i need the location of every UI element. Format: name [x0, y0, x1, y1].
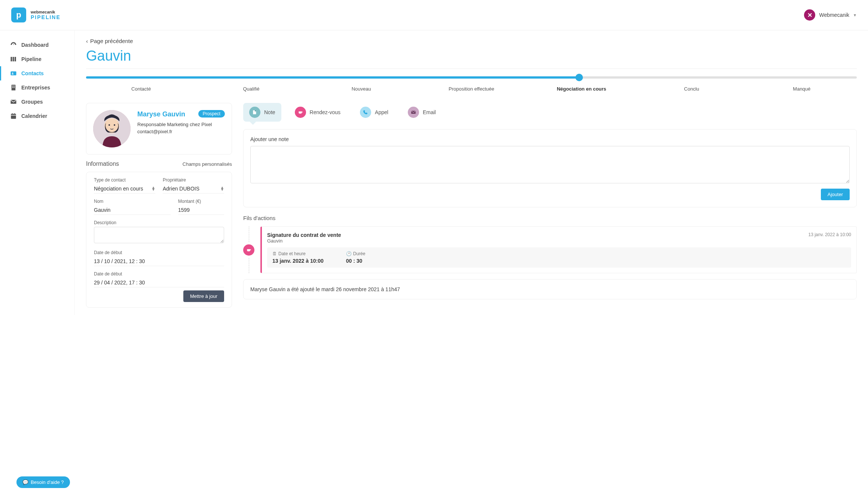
- tab-rdv-label: Rendez-vous: [310, 109, 341, 115]
- pipeline-stage-nouveau[interactable]: Nouveau: [306, 86, 416, 92]
- columns-icon: [10, 56, 17, 62]
- date1-label: Date de début: [94, 250, 224, 255]
- date2-label: Date de début: [94, 271, 224, 277]
- chevron-down-icon: ▼: [853, 13, 857, 17]
- type-select[interactable]: Négociation en cours ▲▼: [94, 184, 155, 193]
- update-button[interactable]: Mettre à jour: [183, 290, 224, 302]
- duration-value: 00 : 30: [346, 258, 366, 264]
- pipeline-progress-bar[interactable]: [86, 76, 857, 79]
- svg-rect-8: [14, 86, 15, 86]
- user-name-label: Webmecanik: [819, 12, 849, 18]
- user-avatar-icon: ✕: [804, 9, 815, 21]
- datetime-label: 🗓 Date et heure: [272, 251, 324, 256]
- action-tabs: Note Rendez-vous Appel Email: [243, 103, 857, 122]
- svg-rect-5: [12, 74, 14, 75]
- user-menu[interactable]: ✕ Webmecanik ▼: [804, 9, 857, 21]
- clock-icon: 🕐: [346, 251, 352, 256]
- amount-label: Montant (€): [178, 199, 224, 204]
- owner-select[interactable]: Adrien DUBOIS ▲▼: [163, 184, 224, 193]
- sidebar-item-label: Dashboard: [21, 42, 49, 48]
- contact-avatar: [93, 110, 131, 147]
- sidebar-item-contacts[interactable]: Contacts: [0, 66, 74, 80]
- svg-point-19: [109, 124, 110, 126]
- pipeline-stages: Contacté Qualifié Nouveau Proposition ef…: [86, 76, 857, 92]
- svg-rect-1: [13, 57, 14, 61]
- svg-rect-0: [11, 57, 12, 61]
- name-input[interactable]: Gauvin: [94, 205, 171, 215]
- prospect-badge: Prospect: [198, 110, 225, 118]
- svg-rect-2: [15, 57, 16, 61]
- sidebar-item-pipeline[interactable]: Pipeline: [0, 52, 74, 66]
- created-info-banner: Maryse Gauvin a été ajouté le mardi 26 n…: [243, 279, 857, 299]
- note-panel-title: Ajouter une note: [250, 136, 850, 142]
- svg-rect-9: [12, 87, 13, 88]
- building-icon: [10, 84, 17, 91]
- description-textarea[interactable]: [94, 227, 224, 243]
- sidebar-item-label: Calendrier: [21, 113, 47, 119]
- amount-input[interactable]: 1599: [178, 205, 224, 215]
- type-label: Type de contact: [94, 177, 155, 183]
- tab-call-label: Appel: [375, 109, 388, 115]
- svg-rect-15: [14, 113, 15, 115]
- contact-card: Prospect Maryse Gauvin Responsable Marke…: [86, 103, 232, 155]
- date2-input[interactable]: 29 / 04 / 2022, 17 : 30: [94, 278, 224, 287]
- timeline-item: Signature du contrat de vente Gauvin 13 …: [243, 226, 857, 273]
- envelope-icon: [10, 98, 17, 105]
- sort-icon: ▲▼: [152, 186, 155, 191]
- sidebar-item-label: Pipeline: [21, 56, 42, 62]
- info-section-title: Informations: [86, 161, 119, 167]
- pipeline-stage-negociation[interactable]: Négociation en cours: [526, 86, 636, 92]
- dashboard-icon: [10, 42, 17, 48]
- logo[interactable]: p webmecanik PIPELINE: [11, 7, 61, 22]
- sidebar-item-calendrier[interactable]: Calendrier: [0, 109, 74, 123]
- coffee-icon: [243, 244, 254, 256]
- sidebar-item-entreprises[interactable]: Entreprises: [0, 80, 74, 95]
- sidebar-item-label: Contacts: [21, 70, 44, 76]
- tab-note-label: Note: [264, 109, 275, 115]
- timeline-card-title: Signature du contrat de vente: [267, 232, 341, 238]
- header: p webmecanik PIPELINE ✕ Webmecanik ▼: [0, 0, 868, 30]
- timeline-card-subtitle: Gauvin: [267, 238, 341, 244]
- svg-rect-10: [14, 87, 15, 88]
- envelope-icon: [408, 107, 419, 118]
- tab-mail-label: Email: [423, 109, 436, 115]
- sidebar: Dashboard Pipeline Contacts Entreprises …: [0, 30, 75, 315]
- svg-rect-12: [11, 114, 16, 119]
- svg-point-18: [106, 119, 118, 132]
- contact-role: Responsable Marketing chez Pixel: [137, 122, 225, 127]
- tab-rdv[interactable]: Rendez-vous: [289, 103, 347, 122]
- svg-rect-14: [12, 113, 13, 115]
- tab-call[interactable]: Appel: [354, 103, 394, 122]
- owner-label: Propriétaire: [163, 177, 224, 183]
- timeline-card[interactable]: Signature du contrat de vente Gauvin 13 …: [260, 226, 857, 273]
- svg-rect-6: [12, 85, 16, 91]
- timeline-card-date: 13 janv. 2022 à 10:00: [808, 232, 851, 237]
- custom-fields-link[interactable]: Champs personnalisés: [183, 161, 232, 167]
- svg-point-20: [114, 124, 115, 126]
- timeline-title: Fils d'actions: [243, 215, 857, 221]
- contact-email[interactable]: contact@pixel.fr: [137, 129, 225, 134]
- pipeline-stage-proposition[interactable]: Proposition effectuée: [416, 86, 526, 92]
- pipeline-stage-contacte[interactable]: Contacté: [86, 86, 196, 92]
- info-box: Type de contact Négociation en cours ▲▼ …: [86, 172, 232, 308]
- sidebar-item-dashboard[interactable]: Dashboard: [0, 38, 74, 52]
- svg-rect-13: [11, 115, 16, 116]
- calendar-icon: [10, 113, 17, 119]
- sidebar-item-label: Entreprises: [21, 85, 50, 91]
- note-textarea[interactable]: [250, 146, 850, 183]
- date1-input[interactable]: 13 / 10 / 2021, 12 : 30: [94, 257, 224, 266]
- name-label: Nom: [94, 199, 171, 204]
- pipeline-stage-manque[interactable]: Manqué: [747, 86, 857, 92]
- desc-label: Description: [94, 220, 224, 225]
- pipeline-knob[interactable]: [575, 74, 583, 81]
- phone-icon: [360, 107, 371, 118]
- pipeline-stage-qualifie[interactable]: Qualifié: [196, 86, 306, 92]
- datetime-value: 13 janv. 2022 à 10:00: [272, 258, 324, 264]
- tab-mail[interactable]: Email: [402, 103, 442, 122]
- back-link[interactable]: ‹ Page précédente: [86, 38, 857, 44]
- sidebar-item-groupes[interactable]: Groupes: [0, 95, 74, 109]
- add-note-button[interactable]: Ajouter: [821, 189, 850, 200]
- id-card-icon: [10, 70, 17, 77]
- pipeline-stage-conclu[interactable]: Conclu: [636, 86, 746, 92]
- tab-note[interactable]: Note: [243, 103, 281, 122]
